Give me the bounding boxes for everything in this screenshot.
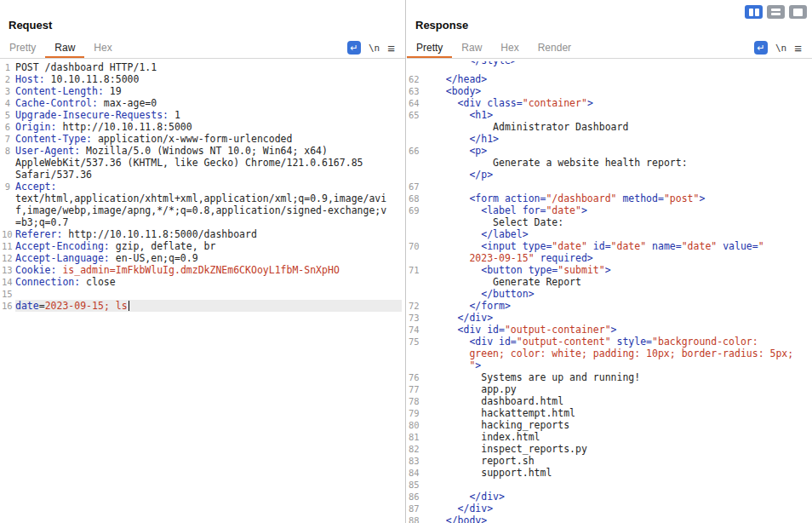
line-content: <div id="output-content" style="backgrou… <box>422 336 809 371</box>
code-line[interactable]: 71 <button type="submit"> Generate Repor… <box>409 264 809 300</box>
code-line[interactable]: 15 <box>2 288 402 300</box>
code-line[interactable]: </style> <box>409 61 809 73</box>
line-number: 71 <box>409 264 422 300</box>
line-content: Cookie: is_admin=ImFkbWluIg.dmzDkZNEm6CK… <box>15 264 402 276</box>
code-line[interactable]: 84 support.html <box>409 467 809 479</box>
line-number: 76 <box>409 371 422 383</box>
line-number: 74 <box>409 324 422 336</box>
code-line[interactable]: 76 Systems are up and running! <box>409 371 809 383</box>
code-line[interactable]: 9Accept: text/html,application/xhtml+xml… <box>2 181 402 228</box>
line-number: 12 <box>2 252 15 264</box>
line-number: 9 <box>2 181 15 228</box>
editor-menu-icon[interactable]: ≡ <box>794 41 802 55</box>
code-line[interactable]: 72 </form> <box>409 300 809 312</box>
code-line[interactable]: 74 <div id="output-container"> <box>409 324 809 336</box>
line-number: 77 <box>409 383 422 395</box>
code-line[interactable]: 8User-Agent: Mozilla/5.0 (Windows NT 10.… <box>2 145 402 181</box>
code-line[interactable]: 7Content-Type: application/x-www-form-ur… <box>2 133 402 145</box>
editor-menu-icon[interactable]: ≡ <box>387 41 395 55</box>
code-line[interactable]: 78 dashboard.html <box>409 395 809 407</box>
code-line[interactable]: 14Connection: close <box>2 276 402 288</box>
code-line[interactable]: 82 inspect_reports.py <box>409 443 809 455</box>
code-line[interactable]: 87 </div> <box>409 503 809 514</box>
line-number: 73 <box>409 312 422 324</box>
tab-raw[interactable]: Raw <box>45 37 84 58</box>
layout-columns-button[interactable] <box>745 5 763 19</box>
request-panel-title: Request <box>0 0 405 37</box>
line-content: support.html <box>422 467 809 479</box>
code-line[interactable]: 63 <body> <box>409 85 809 97</box>
code-line[interactable]: 13Cookie: is_admin=ImFkbWluIg.dmzDkZNEm6… <box>2 264 402 276</box>
code-line[interactable]: 16date=2023-09-15; ls <box>2 300 402 312</box>
code-line[interactable]: 3Content-Length: 19 <box>2 85 402 97</box>
columns-icon <box>755 9 759 16</box>
line-content: report.sh <box>422 455 809 467</box>
code-line[interactable]: 1POST /dashboard HTTP/1.1 <box>2 61 402 73</box>
response_panel-lines[interactable]: </style>62 </head>63 <body>64 <div class… <box>407 59 812 523</box>
line-number: 66 <box>409 145 422 181</box>
code-line[interactable]: 5Upgrade-Insecure-Requests: 1 <box>2 109 402 121</box>
tab-hex[interactable]: Hex <box>84 37 121 58</box>
layout-single-button[interactable] <box>789 5 807 19</box>
code-line[interactable]: 85 <box>409 479 809 491</box>
tab-render[interactable]: Render <box>529 37 580 58</box>
code-line[interactable]: 12Accept-Language: en-US,en;q=0.9 <box>2 252 402 264</box>
line-number: 86 <box>409 491 422 503</box>
request_panel-lines[interactable]: 1POST /dashboard HTTP/1.12Host: 10.10.11… <box>0 59 405 312</box>
word-wrap-icon[interactable]: ↵ <box>347 41 361 55</box>
line-number: 75 <box>409 336 422 371</box>
code-line[interactable]: 68 <form action="/dashboard" method="pos… <box>409 193 809 204</box>
line-content: Host: 10.10.11.8:5000 <box>15 73 402 85</box>
code-line[interactable]: 83 report.sh <box>409 455 809 467</box>
show-newlines-icon[interactable]: \n <box>369 43 380 54</box>
line-content: <div class="container"> <box>422 97 809 109</box>
code-line[interactable]: 64 <div class="container"> <box>409 97 809 109</box>
line-number: 78 <box>409 395 422 407</box>
layout-rows-button[interactable] <box>767 5 785 19</box>
tab-hex[interactable]: Hex <box>491 37 528 58</box>
code-line[interactable]: 81 index.html <box>409 431 809 443</box>
line-number: 62 <box>409 73 422 85</box>
tab-pretty[interactable]: Pretty <box>0 37 45 58</box>
line-content: date=2023-09-15; ls <box>15 300 402 312</box>
code-line[interactable]: 66 <p> Generate a website health report:… <box>409 145 809 181</box>
code-line[interactable]: 11Accept-Encoding: gzip, deflate, br <box>2 240 402 252</box>
code-line[interactable]: 75 <div id="output-content" style="backg… <box>409 336 809 371</box>
code-line[interactable]: 4Cache-Control: max-age=0 <box>2 97 402 109</box>
show-newlines-icon[interactable]: \n <box>775 43 786 54</box>
code-line[interactable]: 69 <label for="date"> Select Date: </lab… <box>409 204 809 240</box>
word-wrap-icon[interactable]: ↵ <box>754 41 768 55</box>
response-tabbar: PrettyRawHexRender ↵ \n ≡ <box>407 37 812 59</box>
code-line[interactable]: 62 </head> <box>409 73 809 85</box>
request-tabbar: PrettyRawHex ↵ \n ≡ <box>0 37 405 59</box>
code-line[interactable]: 65 <h1> Administrator Dashboard </h1> <box>409 109 809 145</box>
code-line[interactable]: 10Referer: http://10.10.11.8:5000/dashbo… <box>2 228 402 240</box>
line-number: 69 <box>409 204 422 240</box>
code-line[interactable]: 70 <input type="date" id="date" name="da… <box>409 240 809 264</box>
line-content: hacking_reports <box>422 419 809 431</box>
code-line[interactable]: 2Host: 10.10.11.8:5000 <box>2 73 402 85</box>
line-number: 79 <box>409 407 422 419</box>
code-line[interactable]: 77 app.py <box>409 383 809 395</box>
line-content: Connection: close <box>15 276 402 288</box>
line-content: <form action="/dashboard" method="post"> <box>422 193 809 204</box>
code-line[interactable]: 79 hackattempt.html <box>409 407 809 419</box>
line-number: 14 <box>2 276 15 288</box>
line-number: 1 <box>2 61 15 73</box>
line-content: <input type="date" id="date" name="date"… <box>422 240 809 264</box>
tab-pretty[interactable]: Pretty <box>407 37 452 58</box>
line-number: 65 <box>409 109 422 145</box>
response-editor-icons: ↵ \n ≡ <box>754 41 812 55</box>
code-line[interactable]: 73 </div> <box>409 312 809 324</box>
code-line[interactable]: 67 <box>409 181 809 193</box>
code-line[interactable]: 80 hacking_reports <box>409 419 809 431</box>
columns-icon <box>749 9 753 16</box>
tab-raw[interactable]: Raw <box>452 37 491 58</box>
line-content: Systems are up and running! <box>422 371 809 383</box>
line-content: Origin: http://10.10.11.8:5000 <box>15 121 402 133</box>
line-content: <div id="output-container"> <box>422 324 809 336</box>
code-line[interactable]: 6Origin: http://10.10.11.8:5000 <box>2 121 402 133</box>
code-line[interactable]: 86 </div> <box>409 491 809 503</box>
line-number: 11 <box>2 240 15 252</box>
code-line[interactable]: 88 </body> <box>409 514 809 523</box>
